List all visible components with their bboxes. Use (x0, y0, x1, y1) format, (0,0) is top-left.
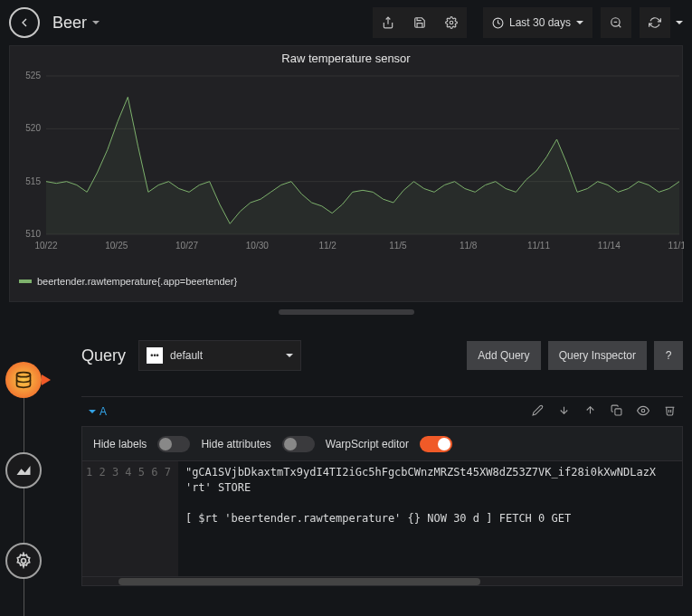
edit-query-button[interactable] (532, 404, 544, 420)
datasource-picker[interactable]: ••• default (138, 340, 301, 371)
caret-down-icon (286, 354, 293, 357)
caret-down-icon (89, 410, 96, 413)
datasource-logo-icon: ••• (147, 347, 163, 364)
arrow-up-icon (584, 404, 596, 416)
svg-text:11/11: 11/11 (527, 241, 550, 251)
datasource-name: default (170, 349, 203, 362)
toggle-visibility-button[interactable] (637, 404, 649, 420)
pencil-icon (532, 404, 544, 416)
time-range-label: Last 30 days (509, 16, 571, 29)
query-section-label: Query (81, 346, 126, 365)
arrow-down-icon (558, 404, 570, 416)
svg-text:10/27: 10/27 (175, 241, 198, 251)
query-help-button[interactable]: ? (654, 341, 683, 370)
query-inspector-button[interactable]: Query Inspector (548, 341, 647, 370)
move-down-button[interactable] (558, 404, 570, 420)
trash-icon (664, 404, 676, 416)
eye-icon (637, 404, 649, 417)
editor-tab-rail (5, 362, 42, 616)
legend-color-swatch (19, 280, 32, 283)
caret-down-icon (576, 21, 583, 24)
warpscript-editor-label: WarpScript editor (326, 438, 409, 450)
rail-tab-visualization[interactable] (5, 452, 42, 488)
delete-query-button[interactable] (664, 404, 676, 420)
hide-labels-label: Hide labels (93, 438, 147, 450)
svg-text:10/25: 10/25 (105, 241, 128, 251)
chart-icon (14, 461, 33, 479)
duplicate-query-button[interactable] (611, 404, 622, 420)
zoom-out-icon (610, 16, 622, 29)
zoom-out-button[interactable] (601, 7, 631, 38)
refresh-button[interactable] (640, 7, 670, 38)
query-options-bar: Hide labels Hide attributes WarpScript e… (81, 427, 683, 461)
settings-button[interactable] (436, 7, 467, 38)
svg-text:11/14: 11/14 (598, 241, 621, 251)
legend-series-label: beertender.rawtemperature{.app=beertende… (37, 276, 237, 287)
query-editor-area: Query ••• default Add Query Query Inspec… (72, 335, 692, 616)
svg-text:11/17: 11/17 (668, 241, 684, 251)
graph-panel: Raw temperature sensor 51051552052510/22… (9, 45, 683, 302)
hide-attributes-toggle[interactable] (282, 436, 315, 452)
gear-icon (14, 552, 33, 570)
svg-line-4 (619, 25, 621, 28)
gear-icon (445, 16, 458, 29)
dashboard-title-dropdown[interactable]: Beer (52, 14, 100, 33)
panel-resize-handle[interactable] (279, 309, 414, 315)
scrollbar-thumb[interactable] (118, 578, 480, 585)
hide-labels-toggle[interactable] (157, 436, 190, 452)
svg-text:520: 520 (25, 123, 41, 133)
svg-text:11/8: 11/8 (460, 241, 478, 251)
query-id-label: A (100, 405, 107, 418)
add-query-button[interactable]: Add Query (467, 341, 540, 370)
rail-tab-queries[interactable] (5, 362, 42, 398)
chart-legend[interactable]: beertender.rawtemperature{.app=beertende… (10, 270, 682, 301)
refresh-interval-caret[interactable] (676, 21, 683, 24)
move-up-button[interactable] (584, 404, 596, 420)
svg-text:10/30: 10/30 (246, 241, 269, 251)
svg-text:525: 525 (25, 71, 41, 81)
code-content[interactable]: "gCA1SVjbDkaxtmTx9ydI4TI2iGc5hFgcbCWnzMR… (178, 461, 682, 576)
caret-down-icon (92, 21, 100, 24)
save-icon (413, 16, 426, 29)
svg-text:510: 510 (25, 229, 41, 239)
save-button[interactable] (404, 7, 435, 38)
svg-text:11/5: 11/5 (389, 241, 407, 251)
back-button[interactable] (9, 7, 40, 38)
database-icon (14, 371, 33, 389)
hide-attributes-label: Hide attributes (201, 438, 270, 450)
panel-title: Raw temperature sensor (10, 46, 682, 67)
refresh-icon (649, 16, 661, 29)
time-series-chart[interactable]: 51051552052510/2210/2510/2710/3011/211/5… (19, 67, 684, 270)
clock-icon (492, 17, 504, 29)
dashboard-toolbar: Beer Last 30 days (0, 0, 692, 45)
svg-text:10/22: 10/22 (34, 241, 57, 251)
svg-point-24 (17, 373, 31, 377)
svg-point-1 (450, 21, 453, 24)
code-gutter: 1 2 3 4 5 6 7 (82, 461, 178, 576)
svg-rect-28 (615, 408, 621, 414)
svg-point-25 (22, 559, 26, 564)
query-header: Query ••• default Add Query Query Inspec… (72, 335, 692, 376)
share-button[interactable] (373, 7, 403, 38)
query-row-header: A (81, 396, 683, 427)
svg-text:515: 515 (25, 176, 41, 186)
query-toggle[interactable]: A (89, 405, 107, 418)
share-icon (382, 16, 394, 29)
horizontal-scrollbar[interactable] (81, 577, 683, 586)
svg-point-29 (641, 409, 645, 412)
rail-tab-general[interactable] (5, 543, 42, 579)
svg-text:11/2: 11/2 (318, 241, 337, 251)
dashboard-title: Beer (52, 14, 87, 33)
arrow-left-icon (17, 15, 32, 30)
warpscript-code-editor[interactable]: 1 2 3 4 5 6 7 "gCA1SVjbDkaxtmTx9ydI4TI2i… (81, 461, 683, 577)
warpscript-editor-toggle[interactable] (420, 436, 452, 452)
copy-icon (611, 404, 622, 416)
time-range-picker[interactable]: Last 30 days (483, 7, 592, 38)
